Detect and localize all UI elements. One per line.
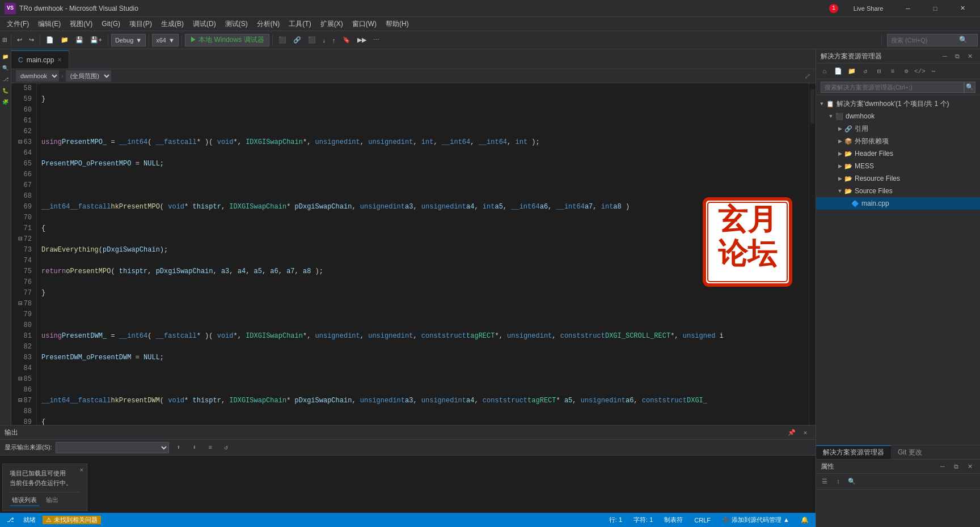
solution-search-input[interactable]	[821, 82, 964, 93]
menu-view[interactable]: 视图(V)	[65, 17, 97, 31]
output-source-select[interactable]	[56, 442, 169, 453]
menu-analyze[interactable]: 分析(N)	[252, 17, 285, 31]
tb-step[interactable]: ↓	[320, 33, 329, 47]
output-tb-btn3[interactable]: ≡	[204, 441, 217, 454]
prop-pin-icon[interactable]: ─	[937, 461, 948, 472]
tb-breakpoints[interactable]: ⬛	[305, 33, 319, 47]
maximize-btn[interactable]: □	[922, 0, 948, 17]
live-share-btn[interactable]: Live Share	[843, 0, 894, 17]
tree-item-source-files[interactable]: ▼ 📂 Source Files	[816, 185, 980, 197]
se-close-icon[interactable]: ✕	[964, 50, 975, 62]
status-add-to-source-control[interactable]: ➕ 添加到源代码管理 ▲	[720, 516, 792, 524]
status-encoding[interactable]: CRLF	[692, 517, 713, 524]
output-tb-btn1[interactable]: ⬆	[172, 441, 185, 454]
tb-step2[interactable]: ↑	[330, 33, 339, 47]
minimize-btn[interactable]: ─	[895, 0, 921, 17]
menu-test[interactable]: 测试(S)	[221, 17, 252, 31]
act-ext-icon[interactable]: 🧩	[1, 97, 11, 107]
tb-undo[interactable]: ↩	[14, 33, 25, 47]
act-git-icon[interactable]: ⎇	[1, 74, 11, 84]
prop-tb-list[interactable]: ☰	[818, 475, 831, 488]
output-tb-btn4[interactable]: ↺	[220, 441, 233, 454]
output-content[interactable]	[0, 456, 816, 513]
status-format[interactable]: 制表符	[662, 516, 685, 524]
tb-attach[interactable]: 🔗	[290, 33, 304, 47]
run-btn[interactable]: ▶ 本地 Windows 调试器	[185, 34, 269, 46]
menu-tools[interactable]: 工具(T)	[284, 17, 315, 31]
act-explorer-icon[interactable]: 📁	[1, 52, 11, 62]
search-box[interactable]: 🔍	[887, 34, 978, 46]
menu-build[interactable]: 生成(B)	[157, 17, 188, 31]
tb-extra[interactable]: ⋯	[370, 33, 382, 47]
menu-help[interactable]: 帮助(H)	[381, 17, 413, 31]
se-tb-more1[interactable]: ≡	[886, 65, 899, 78]
se-tb-more2[interactable]: ⚙	[900, 65, 913, 78]
tree-item-main-cpp[interactable]: 🔷 main.cpp	[816, 197, 980, 210]
status-git-icon[interactable]: ⎇	[5, 516, 16, 524]
notif-tab-errors[interactable]: 错误列表	[10, 495, 39, 506]
tb-more-btns[interactable]: ⬛	[276, 33, 289, 47]
tab-close-icon[interactable]: ✕	[57, 57, 62, 63]
status-col[interactable]: 字符: 1	[631, 516, 655, 524]
editor-expand-btn[interactable]: ⤢	[804, 71, 811, 80]
menu-file[interactable]: 文件(F)	[2, 17, 33, 31]
search-input[interactable]	[891, 37, 959, 44]
se-tb-refresh[interactable]: ↺	[859, 65, 872, 78]
prop-close-icon[interactable]: ✕	[964, 461, 975, 472]
minimap[interactable]	[809, 83, 816, 425]
breadcrumb-file-select[interactable]: dwmhook	[16, 70, 59, 82]
menu-git[interactable]: Git(G)	[97, 17, 125, 31]
output-pin-icon[interactable]: 📌	[786, 427, 797, 438]
se-tb-collapse[interactable]: ⊟	[873, 65, 885, 78]
output-tb-btn2[interactable]: ⬇	[188, 441, 201, 454]
breadcrumb-scope-select[interactable]: (全局范围)	[66, 70, 111, 82]
se-tb-props[interactable]: 📄	[832, 65, 844, 78]
tree-icon-external: 📦	[844, 138, 852, 145]
status-warning[interactable]: ⚠ 未找到相关问题	[43, 516, 101, 524]
tb-bookmark[interactable]: 🔖	[340, 33, 353, 47]
rp-tab-git[interactable]: Git 更改	[891, 445, 929, 460]
tb-save-all[interactable]: 💾+	[87, 33, 104, 47]
tab-main-cpp[interactable]: C main.cpp ✕	[11, 50, 69, 69]
tree-item-mess[interactable]: ▶ 📂 MESS	[816, 160, 980, 172]
status-bell-icon[interactable]: 🔔	[799, 516, 811, 524]
prop-float-icon[interactable]: ⧉	[951, 461, 962, 472]
menu-extensions[interactable]: 扩展(X)	[316, 17, 348, 31]
close-btn[interactable]: ✕	[949, 0, 975, 17]
status-row[interactable]: 行: 1	[607, 516, 624, 524]
code-content[interactable]: } using PresentMPO_ = __int64( __fastcal…	[37, 83, 809, 425]
se-tb-code[interactable]: </>	[914, 65, 926, 78]
tree-item-external-deps[interactable]: ▶ 📦 外部依赖项	[816, 135, 980, 147]
notif-close-btn[interactable]: ×	[80, 466, 83, 473]
output-close-icon[interactable]: ✕	[800, 427, 811, 438]
prop-tb-sort[interactable]: ↕	[832, 475, 844, 488]
tree-item-solution[interactable]: ▼ 📋 解决方案'dwmhook'(1 个项目/共 1 个)	[816, 97, 980, 110]
se-tb-home[interactable]: ⌂	[818, 65, 831, 78]
tb-more2[interactable]: ▶▶	[354, 33, 369, 47]
menu-project[interactable]: 项目(P)	[125, 17, 157, 31]
menu-debug[interactable]: 调试(D)	[188, 17, 221, 31]
menu-window[interactable]: 窗口(W)	[348, 17, 381, 31]
platform-dropdown[interactable]: x64 ▼	[152, 34, 179, 46]
tree-label-solution: 解决方案'dwmhook'(1 个项目/共 1 个)	[837, 99, 949, 109]
act-debug-icon[interactable]: 🐛	[1, 86, 11, 96]
tree-item-header-files[interactable]: ▶ 📂 Header Files	[816, 147, 980, 160]
tb-redo[interactable]: ↪	[26, 33, 37, 47]
menu-edit[interactable]: 编辑(E)	[33, 17, 65, 31]
tree-item-resource-files[interactable]: ▶ 📂 Resource Files	[816, 172, 980, 185]
se-pin-icon[interactable]: ─	[939, 50, 951, 62]
tb-new[interactable]: 📄	[43, 33, 57, 47]
notif-tab-output[interactable]: 输出	[44, 495, 61, 506]
se-float-icon[interactable]: ⧉	[952, 50, 963, 62]
tb-open[interactable]: 📁	[58, 33, 71, 47]
rp-tab-solution[interactable]: 解决方案资源管理器	[816, 445, 891, 460]
act-search-icon[interactable]: 🔍	[1, 63, 11, 73]
se-tb-files[interactable]: 📁	[846, 65, 858, 78]
tb-save[interactable]: 💾	[73, 33, 86, 47]
config-dropdown[interactable]: Debug ▼	[111, 34, 146, 46]
tree-item-project[interactable]: ▼ ⬛ dwmhook	[816, 110, 980, 122]
tree-item-references[interactable]: ▶ 🔗 引用	[816, 122, 980, 135]
se-tb-more3[interactable]: ⋯	[927, 65, 940, 78]
solution-search-icon[interactable]: 🔍	[964, 82, 975, 93]
prop-tb-search[interactable]: 🔍	[846, 475, 858, 488]
